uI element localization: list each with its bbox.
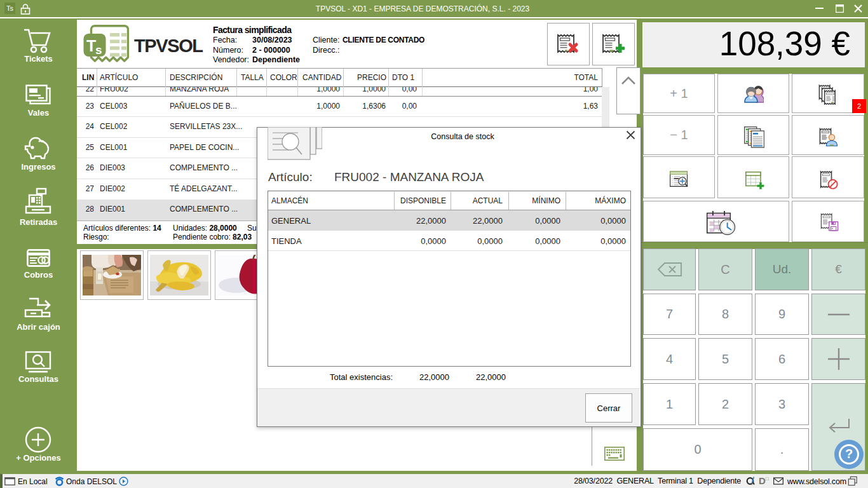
svg-text:s: s — [95, 43, 102, 57]
svg-text:T: T — [86, 37, 96, 55]
